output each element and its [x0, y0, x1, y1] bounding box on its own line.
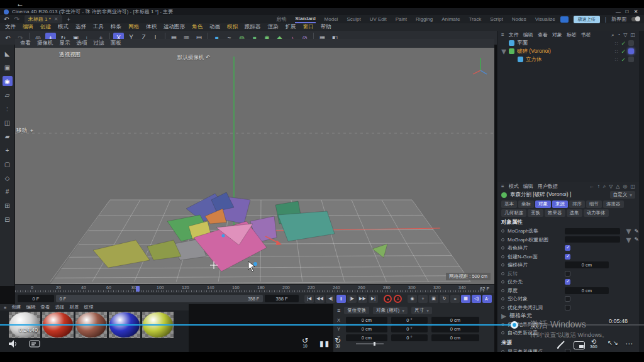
- layout-visualize[interactable]: Visualize: [535, 16, 555, 22]
- tab-基本[interactable]: 基本: [501, 200, 517, 208]
- material-burger-icon[interactable]: ≡: [4, 305, 6, 310]
- menu-角色[interactable]: 角色: [192, 23, 203, 31]
- record-position-button[interactable]: +: [418, 295, 428, 303]
- attr-nav-icon-3[interactable]: ▽: [609, 184, 613, 190]
- viewport-menu-过滤[interactable]: 过滤: [94, 40, 104, 47]
- texture-mode-icon[interactable]: ◉: [3, 76, 13, 86]
- tab-close-icon[interactable]: ✕: [54, 16, 58, 22]
- group-arrow-icon[interactable]: ▸: [501, 310, 506, 322]
- enabled-check-icon[interactable]: ✓: [621, 40, 626, 47]
- attr-value-field[interactable]: 0 cm: [565, 287, 609, 294]
- enabled-check-icon[interactable]: ✓: [621, 57, 626, 63]
- visibility-dots[interactable]: ::: [615, 57, 619, 62]
- menu-窗口[interactable]: 窗口: [303, 23, 314, 31]
- layout-sculpt[interactable]: Sculpt: [347, 16, 360, 22]
- model-mode-icon[interactable]: ▣: [3, 62, 13, 72]
- viewport-menu-查看[interactable]: 查看: [20, 40, 31, 47]
- size-X-field[interactable]: 0 cm: [431, 317, 479, 324]
- grid-a-icon[interactable]: #: [3, 187, 13, 197]
- om-menu-查看[interactable]: 查看: [538, 31, 548, 38]
- attr-checkbox[interactable]: [565, 245, 570, 251]
- object-row-破碎 (Voronoi)[interactable]: ▾破碎 (Voronoi)::✓: [497, 47, 639, 55]
- menu-跟踪器[interactable]: 跟踪器: [245, 23, 261, 31]
- record-parameter-button[interactable]: ≡: [450, 295, 460, 303]
- menu-编辑[interactable]: 编辑: [23, 23, 33, 31]
- tab-坐标[interactable]: 坐标: [518, 200, 534, 208]
- tab-排序[interactable]: 排序: [569, 200, 585, 208]
- pencil-icon[interactable]: ✎: [634, 228, 639, 234]
- layout-uv-edit[interactable]: UV Edit: [370, 16, 387, 22]
- camera-label[interactable]: 默认摄像机 ↶: [177, 54, 210, 62]
- record-button[interactable]: ●: [384, 295, 392, 303]
- pencil-icon[interactable]: ✎: [634, 236, 639, 243]
- position-Y-field[interactable]: 0 cm: [346, 326, 387, 332]
- redo-icon[interactable]: ↷: [14, 16, 19, 23]
- attr-nav-icon-2[interactable]: ⌕: [603, 184, 606, 190]
- size-Z-field[interactable]: 0 cm: [431, 334, 479, 341]
- document-tab[interactable]: 未标题 1 * ✕: [25, 15, 62, 23]
- enabled-check-icon[interactable]: ✓: [621, 48, 626, 55]
- close-button[interactable]: ✕: [631, 9, 640, 14]
- tab-add-icon[interactable]: +: [67, 16, 70, 23]
- attr-checkbox[interactable]: [565, 271, 570, 277]
- coords-burger-icon[interactable]: ≡: [337, 307, 340, 314]
- om-icon-filter[interactable]: ▽: [623, 32, 627, 38]
- record-pla-button[interactable]: ▦: [461, 295, 470, 303]
- preview-range-bar[interactable]: 0 F 358 F: [56, 295, 263, 302]
- om-menu-对象[interactable]: 对象: [552, 31, 562, 38]
- more-options-icon[interactable]: ⋯: [625, 339, 633, 348]
- layout-rigging[interactable]: Rigging: [416, 16, 433, 22]
- material-menu-查看[interactable]: 查看: [40, 304, 50, 310]
- object-row-立方体[interactable]: 立方体::✓: [497, 55, 639, 63]
- tab-动力学体[interactable]: 动力学体: [584, 209, 609, 217]
- volume-slider[interactable]: [356, 343, 384, 344]
- om-menu-编辑[interactable]: 编辑: [523, 31, 533, 38]
- snap-icon[interactable]: ◇: [3, 173, 13, 183]
- menu-选择[interactable]: 选择: [75, 23, 86, 31]
- forward-30-button[interactable]: ↻30: [335, 338, 341, 348]
- sound-button[interactable]: ◁): [472, 295, 481, 303]
- keyframe-selection-button[interactable]: ◉: [408, 295, 417, 303]
- menu-模式[interactable]: 模式: [58, 23, 69, 31]
- goto-start-button[interactable]: |◀: [304, 295, 314, 303]
- attr-nav-icon-5[interactable]: ◎: [623, 184, 627, 190]
- menu-模拟[interactable]: 模拟: [227, 23, 238, 31]
- size-Y-field[interactable]: 0 cm: [431, 326, 479, 332]
- tab-来源[interactable]: 来源: [552, 200, 568, 208]
- viewport-solo-icon[interactable]: ▢: [3, 159, 13, 169]
- end-frame-field[interactable]: 358 F: [265, 295, 299, 302]
- coords-mode-dropdown[interactable]: 对象 (相对)▾: [373, 307, 408, 314]
- timeline-ruler[interactable]: 82 F 02040608010012014016018020022024026…: [15, 284, 494, 293]
- rewind-10-button[interactable]: ↺10: [302, 338, 308, 348]
- object-row-平面[interactable]: 平面::✓: [497, 39, 639, 47]
- record-scale-button[interactable]: ▣: [429, 295, 438, 303]
- om-burger-icon[interactable]: ≡: [501, 32, 504, 38]
- undo-icon[interactable]: ↶: [3, 33, 13, 43]
- tab-几何粘连[interactable]: 几何粘连: [501, 209, 526, 217]
- menu-工具[interactable]: 工具: [93, 23, 104, 31]
- viewport-menu-摄像机[interactable]: 摄像机: [37, 40, 53, 47]
- dropdown-arrow-icon[interactable]: ▾: [626, 234, 631, 246]
- object-tag-icon[interactable]: [628, 57, 634, 62]
- attr-nav-icon-6[interactable]: ◫: [630, 184, 635, 190]
- om-menu-标签[interactable]: 标签: [567, 31, 577, 38]
- menu-动画[interactable]: 动画: [209, 23, 220, 31]
- om-icon-search[interactable]: ⌕: [611, 32, 614, 38]
- menu-样条[interactable]: 样条: [111, 23, 121, 31]
- menu-运动图形[interactable]: 运动图形: [164, 23, 185, 31]
- attr-checkbox[interactable]: [565, 254, 570, 260]
- autokey-button[interactable]: A: [394, 295, 402, 303]
- menu-帮助[interactable]: 帮助: [321, 23, 331, 31]
- expander[interactable]: ▾: [501, 45, 506, 57]
- material-menu-材质[interactable]: 材质: [69, 304, 79, 310]
- reset-transform-button[interactable]: 复位变换: [344, 307, 369, 314]
- video-progress-handle[interactable]: [511, 321, 518, 329]
- tab-效果器[interactable]: 效果器: [545, 209, 565, 217]
- om-menu-书签[interactable]: 书签: [581, 31, 591, 38]
- attr-checkbox[interactable]: [565, 296, 570, 302]
- rotation-Y-field[interactable]: 0 °: [391, 326, 428, 332]
- material-menu-创建[interactable]: 创建: [11, 304, 21, 310]
- preset-dropdown[interactable]: 自定义▾: [610, 191, 635, 199]
- points-mode-icon[interactable]: :: [3, 104, 13, 114]
- position-Z-field[interactable]: 0 cm: [346, 334, 387, 341]
